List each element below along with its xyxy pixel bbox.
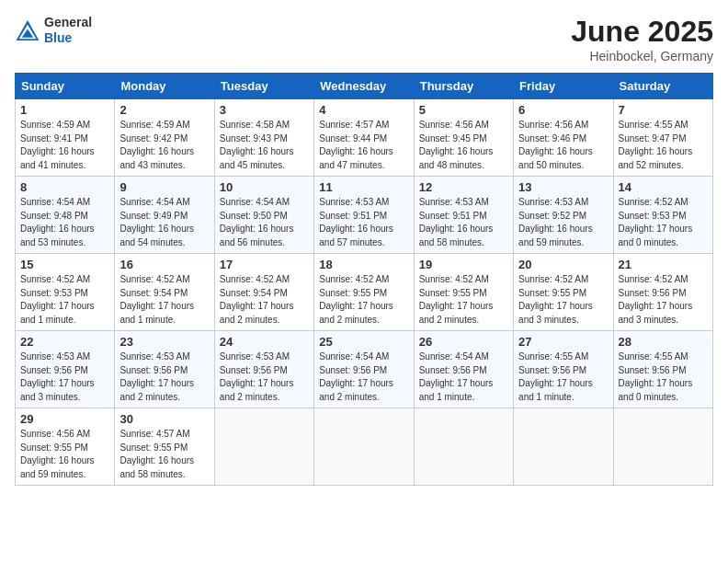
day-number: 13 xyxy=(518,180,608,194)
day-info: Sunrise: 4:54 AMSunset: 9:48 PMDaylight:… xyxy=(20,196,109,249)
logo-text: General Blue xyxy=(44,15,92,46)
calendar-week-row: 22Sunrise: 4:53 AMSunset: 9:56 PMDayligh… xyxy=(16,331,713,408)
logo-general: General xyxy=(44,15,92,30)
location: Heinbockel, Germany xyxy=(571,49,713,63)
day-info: Sunrise: 4:59 AMSunset: 9:41 PMDaylight:… xyxy=(20,119,109,172)
day-info: Sunrise: 4:52 AMSunset: 9:55 PMDaylight:… xyxy=(319,273,408,327)
day-info: Sunrise: 4:54 AMSunset: 9:50 PMDaylight:… xyxy=(220,196,309,249)
calendar-cell: 7Sunrise: 4:55 AMSunset: 9:47 PMDaylight… xyxy=(613,99,712,177)
calendar-cell: 12Sunrise: 4:53 AMSunset: 9:51 PMDayligh… xyxy=(414,177,513,254)
calendar-cell: 17Sunrise: 4:52 AMSunset: 9:54 PMDayligh… xyxy=(214,254,313,331)
day-info: Sunrise: 4:57 AMSunset: 9:44 PMDaylight:… xyxy=(319,119,408,172)
day-info: Sunrise: 4:52 AMSunset: 9:53 PMDaylight:… xyxy=(20,273,109,327)
calendar-cell: 24Sunrise: 4:53 AMSunset: 9:56 PMDayligh… xyxy=(214,331,313,408)
day-info: Sunrise: 4:52 AMSunset: 9:53 PMDaylight:… xyxy=(619,196,708,249)
day-number: 12 xyxy=(419,180,508,194)
day-number: 8 xyxy=(20,180,109,194)
day-info: Sunrise: 4:54 AMSunset: 9:49 PMDaylight:… xyxy=(119,196,209,249)
calendar-cell xyxy=(214,408,313,486)
calendar-cell xyxy=(314,408,414,486)
calendar-cell: 14Sunrise: 4:52 AMSunset: 9:53 PMDayligh… xyxy=(613,177,712,254)
day-info: Sunrise: 4:52 AMSunset: 9:54 PMDaylight:… xyxy=(119,273,209,327)
weekday-header-friday: Friday xyxy=(514,74,613,99)
calendar-cell: 21Sunrise: 4:52 AMSunset: 9:56 PMDayligh… xyxy=(613,254,712,331)
day-info: Sunrise: 4:56 AMSunset: 9:45 PMDaylight:… xyxy=(419,119,508,172)
calendar-cell: 28Sunrise: 4:55 AMSunset: 9:56 PMDayligh… xyxy=(613,331,712,408)
day-number: 15 xyxy=(20,258,109,271)
calendar-cell: 13Sunrise: 4:53 AMSunset: 9:52 PMDayligh… xyxy=(514,177,613,254)
day-number: 9 xyxy=(119,180,209,194)
day-info: Sunrise: 4:54 AMSunset: 9:56 PMDaylight:… xyxy=(319,350,408,404)
day-info: Sunrise: 4:52 AMSunset: 9:55 PMDaylight:… xyxy=(419,273,508,327)
day-info: Sunrise: 4:53 AMSunset: 9:52 PMDaylight:… xyxy=(518,196,608,249)
day-info: Sunrise: 4:53 AMSunset: 9:51 PMDaylight:… xyxy=(419,196,508,249)
day-number: 7 xyxy=(619,103,708,117)
calendar-cell: 8Sunrise: 4:54 AMSunset: 9:48 PMDaylight… xyxy=(16,177,115,254)
day-number: 26 xyxy=(419,335,508,349)
day-number: 24 xyxy=(220,335,309,349)
day-info: Sunrise: 4:53 AMSunset: 9:56 PMDaylight:… xyxy=(20,350,109,404)
day-info: Sunrise: 4:52 AMSunset: 9:56 PMDaylight:… xyxy=(619,273,708,327)
generalblue-logo-icon xyxy=(15,17,40,43)
day-number: 25 xyxy=(319,335,408,349)
day-number: 17 xyxy=(220,258,309,271)
day-number: 21 xyxy=(619,258,708,271)
day-number: 3 xyxy=(220,103,309,117)
calendar-week-row: 1Sunrise: 4:59 AMSunset: 9:41 PMDaylight… xyxy=(16,99,713,177)
day-number: 18 xyxy=(319,258,408,271)
day-number: 10 xyxy=(220,180,309,194)
calendar-cell: 29Sunrise: 4:56 AMSunset: 9:55 PMDayligh… xyxy=(16,408,115,486)
calendar-cell: 16Sunrise: 4:52 AMSunset: 9:54 PMDayligh… xyxy=(115,254,214,331)
day-number: 20 xyxy=(518,258,608,271)
calendar-cell: 9Sunrise: 4:54 AMSunset: 9:49 PMDaylight… xyxy=(115,177,214,254)
day-info: Sunrise: 4:58 AMSunset: 9:43 PMDaylight:… xyxy=(220,119,309,172)
day-number: 30 xyxy=(119,412,209,426)
calendar-cell: 30Sunrise: 4:57 AMSunset: 9:55 PMDayligh… xyxy=(115,408,214,486)
day-info: Sunrise: 4:53 AMSunset: 9:56 PMDaylight:… xyxy=(220,350,309,404)
logo: General Blue xyxy=(15,15,92,46)
calendar-table: SundayMondayTuesdayWednesdayThursdayFrid… xyxy=(15,73,713,486)
calendar-week-row: 29Sunrise: 4:56 AMSunset: 9:55 PMDayligh… xyxy=(16,408,713,486)
calendar-cell: 3Sunrise: 4:58 AMSunset: 9:43 PMDaylight… xyxy=(214,99,313,177)
day-number: 11 xyxy=(319,180,408,194)
calendar-cell: 27Sunrise: 4:55 AMSunset: 9:56 PMDayligh… xyxy=(514,331,613,408)
title-area: June 2025 Heinbockel, Germany xyxy=(571,15,713,63)
day-number: 2 xyxy=(119,103,209,117)
weekday-header-saturday: Saturday xyxy=(613,74,712,99)
day-info: Sunrise: 4:55 AMSunset: 9:56 PMDaylight:… xyxy=(619,350,708,404)
calendar-cell: 1Sunrise: 4:59 AMSunset: 9:41 PMDaylight… xyxy=(16,99,115,177)
day-number: 16 xyxy=(119,258,209,271)
weekday-header-row: SundayMondayTuesdayWednesdayThursdayFrid… xyxy=(16,74,713,99)
day-number: 23 xyxy=(119,335,209,349)
calendar-cell: 11Sunrise: 4:53 AMSunset: 9:51 PMDayligh… xyxy=(314,177,414,254)
day-number: 19 xyxy=(419,258,508,271)
calendar-cell: 15Sunrise: 4:52 AMSunset: 9:53 PMDayligh… xyxy=(16,254,115,331)
calendar-week-row: 8Sunrise: 4:54 AMSunset: 9:48 PMDaylight… xyxy=(16,177,713,254)
day-number: 1 xyxy=(20,103,109,117)
day-number: 14 xyxy=(619,180,708,194)
calendar-cell: 22Sunrise: 4:53 AMSunset: 9:56 PMDayligh… xyxy=(16,331,115,408)
header: General Blue June 2025 Heinbockel, Germa… xyxy=(15,15,713,63)
calendar-cell: 23Sunrise: 4:53 AMSunset: 9:56 PMDayligh… xyxy=(115,331,214,408)
day-info: Sunrise: 4:56 AMSunset: 9:46 PMDaylight:… xyxy=(518,119,608,172)
weekday-header-monday: Monday xyxy=(115,74,214,99)
day-number: 29 xyxy=(20,412,109,426)
calendar-cell: 20Sunrise: 4:52 AMSunset: 9:55 PMDayligh… xyxy=(514,254,613,331)
day-info: Sunrise: 4:55 AMSunset: 9:56 PMDaylight:… xyxy=(518,350,608,404)
day-info: Sunrise: 4:54 AMSunset: 9:56 PMDaylight:… xyxy=(419,350,508,404)
weekday-header-thursday: Thursday xyxy=(414,74,513,99)
day-info: Sunrise: 4:59 AMSunset: 9:42 PMDaylight:… xyxy=(119,119,209,172)
calendar-cell xyxy=(514,408,613,486)
calendar-cell xyxy=(613,408,712,486)
day-info: Sunrise: 4:53 AMSunset: 9:56 PMDaylight:… xyxy=(119,350,209,404)
weekday-header-tuesday: Tuesday xyxy=(214,74,313,99)
day-number: 27 xyxy=(518,335,608,349)
day-number: 4 xyxy=(319,103,408,117)
weekday-header-wednesday: Wednesday xyxy=(314,74,414,99)
day-info: Sunrise: 4:53 AMSunset: 9:51 PMDaylight:… xyxy=(319,196,408,249)
calendar-cell: 18Sunrise: 4:52 AMSunset: 9:55 PMDayligh… xyxy=(314,254,414,331)
day-info: Sunrise: 4:52 AMSunset: 9:54 PMDaylight:… xyxy=(220,273,309,327)
logo-blue: Blue xyxy=(44,30,92,46)
day-number: 22 xyxy=(20,335,109,349)
calendar-week-row: 15Sunrise: 4:52 AMSunset: 9:53 PMDayligh… xyxy=(16,254,713,331)
